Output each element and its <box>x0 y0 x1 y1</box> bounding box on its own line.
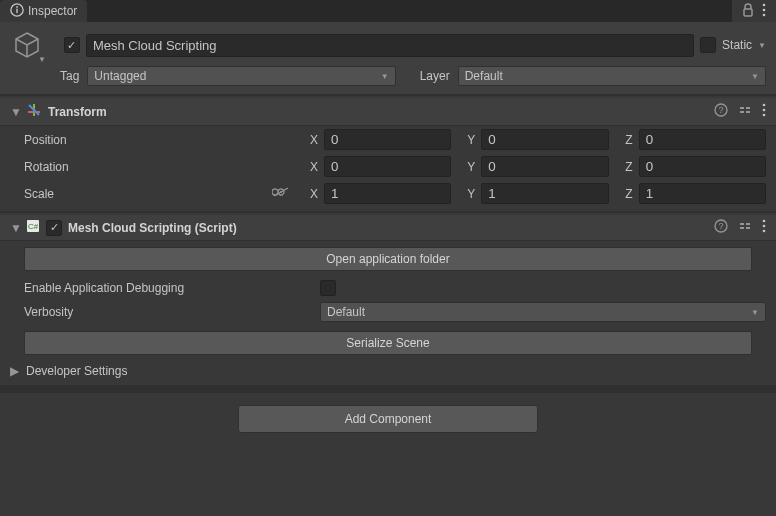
chevron-down-icon: ▼ <box>751 72 759 81</box>
foldout-icon: ▶ <box>10 364 20 378</box>
position-row: Position X Y Z <box>0 126 776 153</box>
y-label: Y <box>461 133 475 147</box>
svg-point-17 <box>763 109 766 112</box>
position-z-input[interactable] <box>639 129 766 150</box>
developer-settings-header[interactable]: ▶ Developer Settings <box>0 361 776 381</box>
scale-z-input[interactable] <box>639 183 766 204</box>
layer-value: Default <box>465 69 503 83</box>
script-enabled-checkbox[interactable] <box>46 220 62 236</box>
svg-text:?: ? <box>718 105 723 115</box>
open-app-folder-button[interactable]: Open application folder <box>24 247 752 271</box>
layer-dropdown[interactable]: Default ▼ <box>458 66 766 86</box>
scale-x-input[interactable] <box>324 183 451 204</box>
tab-label: Inspector <box>28 4 77 18</box>
foldout-icon: ▼ <box>10 221 20 235</box>
y-label: Y <box>461 160 475 174</box>
rotation-row: Rotation X Y Z <box>0 153 776 180</box>
z-label: Z <box>619 133 633 147</box>
help-icon[interactable]: ? <box>714 219 728 236</box>
enable-debug-checkbox[interactable] <box>320 280 336 296</box>
svg-rect-3 <box>744 9 752 16</box>
x-label: X <box>304 133 318 147</box>
svg-point-28 <box>763 220 766 223</box>
svg-rect-14 <box>740 111 744 113</box>
foldout-icon[interactable]: ▼ <box>38 55 46 64</box>
script-icon: C# <box>26 219 40 236</box>
rotation-x-input[interactable] <box>324 156 451 177</box>
svg-rect-12 <box>740 107 744 109</box>
tag-value: Untagged <box>94 69 146 83</box>
svg-point-30 <box>763 230 766 233</box>
kebab-icon[interactable] <box>762 219 766 236</box>
position-y-input[interactable] <box>481 129 608 150</box>
z-label: Z <box>619 187 633 201</box>
serialize-scene-button[interactable]: Serialize Scene <box>24 331 752 355</box>
tag-label: Tag <box>60 69 79 83</box>
svg-rect-27 <box>746 227 750 229</box>
chevron-down-icon: ▼ <box>751 308 759 317</box>
transform-icon <box>26 102 42 121</box>
preset-icon[interactable] <box>738 103 752 120</box>
svg-rect-2 <box>16 8 17 12</box>
inspector-tab[interactable]: Inspector <box>0 0 87 22</box>
info-icon <box>10 3 24 20</box>
svg-point-6 <box>763 13 766 16</box>
x-label: X <box>304 160 318 174</box>
tag-dropdown[interactable]: Untagged ▼ <box>87 66 395 86</box>
help-icon[interactable]: ? <box>714 103 728 120</box>
transform-title: Transform <box>48 105 107 119</box>
position-x-input[interactable] <box>324 129 451 150</box>
svg-point-4 <box>763 3 766 6</box>
static-dropdown-icon[interactable]: ▼ <box>758 41 766 50</box>
scale-label-wrap: Scale <box>24 186 294 201</box>
x-label: X <box>304 187 318 201</box>
script-title: Mesh Cloud Scripting (Script) <box>68 221 237 235</box>
scale-y-input[interactable] <box>481 183 608 204</box>
rotation-label: Rotation <box>24 160 294 174</box>
preset-icon[interactable] <box>738 219 752 236</box>
gameobject-active-checkbox[interactable] <box>64 37 80 53</box>
svg-point-29 <box>763 225 766 228</box>
svg-text:?: ? <box>718 221 723 231</box>
svg-text:C#: C# <box>28 222 39 231</box>
verbosity-dropdown[interactable]: Default ▼ <box>320 302 766 322</box>
svg-rect-24 <box>740 223 744 225</box>
kebab-icon[interactable] <box>762 103 766 120</box>
chevron-down-icon: ▼ <box>381 72 389 81</box>
add-component-button[interactable]: Add Component <box>238 405 538 433</box>
layer-label: Layer <box>420 69 450 83</box>
static-label: Static <box>722 38 752 52</box>
svg-rect-15 <box>746 111 750 113</box>
svg-point-18 <box>763 114 766 117</box>
developer-settings-label: Developer Settings <box>26 364 127 378</box>
rotation-z-input[interactable] <box>639 156 766 177</box>
enable-debug-label: Enable Application Debugging <box>24 281 314 295</box>
svg-point-16 <box>763 104 766 107</box>
kebab-icon[interactable] <box>762 3 766 20</box>
z-label: Z <box>619 160 633 174</box>
rotation-y-input[interactable] <box>481 156 608 177</box>
scale-row: Scale X Y Z <box>0 180 776 207</box>
svg-rect-25 <box>746 223 750 225</box>
lock-icon[interactable] <box>742 3 754 20</box>
transform-header[interactable]: ▼ Transform ? <box>0 98 776 126</box>
svg-rect-26 <box>740 227 744 229</box>
script-component-header[interactable]: ▼ C# Mesh Cloud Scripting (Script) ? <box>0 215 776 241</box>
enable-debug-row: Enable Application Debugging <box>0 277 776 299</box>
verbosity-row: Verbosity Default ▼ <box>0 299 776 325</box>
foldout-icon: ▼ <box>10 105 20 119</box>
verbosity-label: Verbosity <box>24 305 314 319</box>
static-checkbox[interactable] <box>700 37 716 53</box>
position-label: Position <box>24 133 294 147</box>
svg-point-5 <box>763 8 766 11</box>
svg-point-1 <box>16 6 18 8</box>
y-label: Y <box>461 187 475 201</box>
svg-rect-13 <box>746 107 750 109</box>
verbosity-value: Default <box>327 305 365 319</box>
constrain-scale-icon[interactable] <box>272 186 290 201</box>
gameobject-name-input[interactable] <box>86 34 694 57</box>
scale-label: Scale <box>24 187 54 201</box>
